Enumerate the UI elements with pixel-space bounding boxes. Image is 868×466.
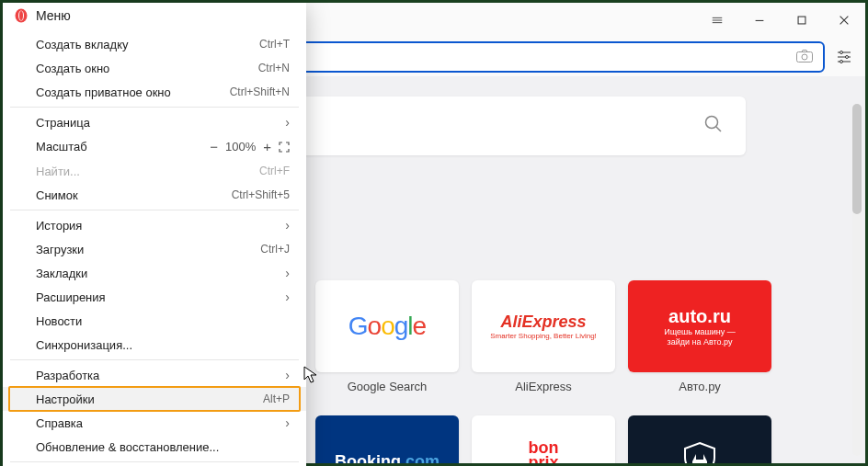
tile-google[interactable]: Google Google Search [315, 280, 459, 393]
menu-item-update[interactable]: Обновление & восстановление... [3, 435, 306, 459]
svg-point-9 [19, 11, 23, 20]
menu-item-sync[interactable]: Синхронизация... [3, 333, 306, 357]
tile-label: Авто.ру [679, 380, 721, 393]
menu-item-new-tab[interactable]: Создать вкладкуCtrl+T [3, 32, 306, 56]
google-logo: Google [348, 312, 426, 341]
search-icon [703, 114, 724, 139]
tile-auto-ru[interactable]: auto.ru Ищешь машину —зайди на Авто.ру А… [628, 280, 771, 393]
window-controls [696, 3, 865, 38]
menu-item-snapshot[interactable]: СнимокCtrl+Shift+5 [3, 183, 306, 207]
svg-point-4 [846, 56, 849, 59]
tile-world-of-warships[interactable]: World of Warships [628, 415, 771, 463]
easy-setup-icon[interactable] [832, 49, 856, 65]
menu-item-settings[interactable]: НастройкиAlt+P [3, 387, 306, 411]
menu-item-history[interactable]: История› [3, 213, 306, 237]
svg-point-5 [840, 61, 843, 63]
menu-separator [10, 107, 299, 108]
chevron-right-icon: › [285, 368, 290, 382]
tile-bonprix[interactable]: bonprix it's me! Bonprix [472, 415, 615, 463]
chevron-right-icon: › [285, 218, 290, 233]
menu-title: Меню [36, 8, 71, 23]
main-menu: Меню Создать вкладкуCtrl+T Создать окноC… [3, 3, 306, 466]
minimize-button[interactable] [738, 3, 781, 38]
booking-logo: Booking.com [335, 452, 440, 464]
svg-rect-1 [797, 51, 813, 62]
tile-label: AliExpress [515, 380, 571, 393]
speed-dial-tiles: Google Google Search AliExpress Smarter … [315, 280, 771, 463]
close-button[interactable] [823, 3, 865, 38]
zoom-value: 100% [225, 140, 256, 153]
chevron-right-icon: › [285, 290, 290, 304]
menu-item-page[interactable]: Страница› [3, 110, 306, 134]
bonprix-logo: bonprix it's me! [522, 440, 565, 463]
menu-separator [10, 210, 299, 210]
easy-setup-button[interactable] [696, 3, 738, 38]
opera-logo-icon [14, 8, 29, 23]
scrollbar-thumb[interactable] [852, 104, 862, 214]
maximize-button[interactable] [781, 3, 823, 38]
zoom-out-button[interactable]: − [210, 139, 218, 154]
aliexpress-logo: AliExpress Smarter Shopping, Better Livi… [490, 313, 597, 340]
menu-item-news[interactable]: Новости [3, 309, 306, 333]
menu-item-new-private-window[interactable]: Создать приватное окноCtrl+Shift+N [3, 80, 306, 104]
tile-label: Google Search [348, 380, 428, 393]
tile-aliexpress[interactable]: AliExpress Smarter Shopping, Better Livi… [472, 280, 615, 393]
chevron-right-icon: › [285, 266, 290, 280]
svg-point-6 [706, 116, 718, 128]
wows-logo [680, 439, 720, 463]
menu-item-zoom[interactable]: Масштаб − 100% + [3, 134, 306, 159]
menu-item-find: Найти...Ctrl+F [3, 159, 306, 183]
chevron-right-icon: › [285, 115, 290, 130]
menu-item-help[interactable]: Справка› [3, 411, 306, 435]
menu-separator [10, 461, 299, 462]
camera-icon[interactable] [795, 49, 814, 66]
menu-header: Меню [3, 3, 306, 32]
menu-item-bookmarks[interactable]: Закладки› [3, 261, 306, 285]
auto-ru-logo: auto.ru Ищешь машину —зайди на Авто.ру [628, 280, 771, 372]
menu-item-downloads[interactable]: ЗагрузкиCtrl+J [3, 237, 306, 261]
menu-separator [10, 359, 299, 360]
zoom-in-button[interactable]: + [263, 139, 271, 154]
menu-item-new-window[interactable]: Создать окноCtrl+N [3, 56, 306, 80]
menu-item-developer[interactable]: Разработка› [3, 363, 306, 387]
svg-point-2 [802, 54, 807, 60]
tile-booking[interactable]: Booking.com Бронирование оте… [315, 415, 459, 463]
svg-rect-0 [798, 17, 805, 24]
scrollbar[interactable] [852, 104, 862, 456]
chevron-right-icon: › [285, 415, 290, 430]
fullscreen-icon[interactable] [279, 142, 290, 153]
svg-point-3 [840, 51, 843, 54]
menu-item-extensions[interactable]: Расширения› [3, 285, 306, 309]
